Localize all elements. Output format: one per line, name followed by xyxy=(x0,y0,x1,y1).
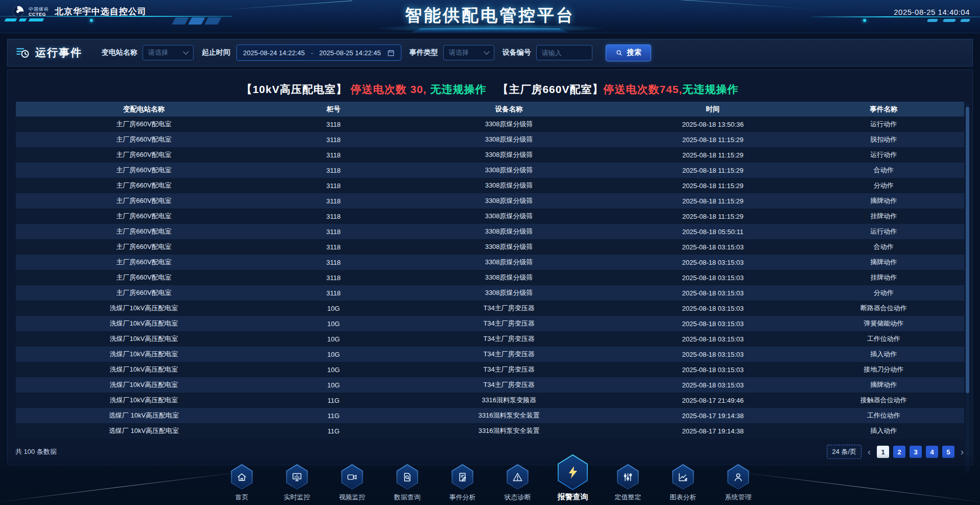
header-left-diagonal xyxy=(220,1,352,10)
table-cell: 主厂房660V配电室 xyxy=(16,212,272,221)
table-cell: T34主厂房变压器 xyxy=(395,365,623,374)
table-cell: 洗煤厂10kV高压配电室 xyxy=(16,380,272,389)
date-range-picker[interactable]: 2025-08-24 14:22:45 - 2025-08-25 14:22:4… xyxy=(236,44,401,61)
table-cell: 3118 xyxy=(272,167,395,174)
table-cell: 3118 xyxy=(272,136,395,144)
table-cell: 3118 xyxy=(272,182,395,190)
table-cell: 主厂房660V配电室 xyxy=(16,258,272,267)
table-cell: T34主厂房变压器 xyxy=(395,319,623,328)
nav-item-label: 事件分析 xyxy=(449,493,476,502)
start-date-value[interactable]: 2025-08-24 14:22:45 xyxy=(243,49,305,57)
table-cell: 分动作 xyxy=(803,288,964,297)
event-type-select[interactable]: 请选择 xyxy=(443,45,494,60)
table-cell: 10G xyxy=(272,335,395,343)
table-cell: 3316混料泵安全装置 xyxy=(395,411,623,420)
header-datetime: 2025-08-25 14:40:04 xyxy=(894,8,970,16)
nav-item-user[interactable]: 系统管理 xyxy=(720,464,757,502)
table-cell: T34主厂房变压器 xyxy=(395,380,623,389)
table-cell: T34主厂房变压器 xyxy=(395,304,623,313)
company-logo: 中国煤科 CCTEG 北京华宇中选自控公司 xyxy=(11,5,147,18)
table-cell: 11G xyxy=(272,412,395,420)
nav-badge xyxy=(506,464,530,490)
nav-item-lightning[interactable]: 报警查询 xyxy=(555,454,591,502)
table-cell: 2025-08-18 03:15:03 xyxy=(623,351,803,358)
nav-item-home[interactable]: 首页 xyxy=(224,464,260,502)
table-row: 洗煤厂10kV高压配电室11G3316混料泵变频器2025-08-17 21:4… xyxy=(16,393,964,408)
panel-title: 运行事件 xyxy=(35,45,82,60)
filter-bar: 运行事件 变电站名称 请选择 起止时间 2025-08-24 14:22:45 … xyxy=(7,39,973,66)
header-right-diagonal xyxy=(679,0,811,9)
table-cell: 主厂房660V配电室 xyxy=(16,150,272,159)
table-cell: 2025-08-18 11:15:29 xyxy=(623,151,803,159)
table-cell: 洗煤厂10kV高压配电室 xyxy=(16,365,272,374)
table-cell: 洗煤厂10kV高压配电室 xyxy=(16,396,272,405)
nav-left-swoosh xyxy=(0,471,249,503)
table-cell: 主厂房660V配电室 xyxy=(16,120,272,129)
table-row: 洗煤厂10kV高压配电室10GT34主厂房变压器2025-08-18 03:15… xyxy=(16,331,964,347)
nav-item-label: 实时监控 xyxy=(284,493,310,502)
nav-badge xyxy=(557,454,589,490)
table-row: 主厂房660V配电室31183308原煤分级筛2025-08-18 11:15:… xyxy=(16,209,964,224)
bottom-navigation: 首页实时监控视频监控数据查询事件分析状态诊断报警查询定值整定图表分析系统管理 xyxy=(0,454,980,505)
table-cell: 主厂房660V配电室 xyxy=(16,181,272,190)
table-cell: 2025-08-18 05:50:11 xyxy=(623,228,803,236)
table-cell: 10G xyxy=(272,320,395,328)
table-cell: 3308原煤分级筛 xyxy=(395,150,623,159)
scrollbar-thumb[interactable] xyxy=(966,107,969,393)
table-cell: 3118 xyxy=(272,121,395,128)
table-cell: 摘牌动作 xyxy=(803,196,964,205)
user-icon xyxy=(733,472,744,483)
table-cell: 主厂房660V配电室 xyxy=(16,273,272,282)
nav-item-doc-edit[interactable]: 事件分析 xyxy=(444,464,481,502)
table-cell: 3118 xyxy=(272,274,395,282)
table-row: 主厂房660V配电室31183308原煤分级筛2025-08-18 11:15:… xyxy=(16,147,964,163)
table-cell: 2025-08-18 11:15:29 xyxy=(623,167,803,174)
nav-item-video-camera[interactable]: 视频监控 xyxy=(334,464,371,502)
events-panel: 【10kV高压配电室】 停送电次数 30, 无违规操作 【主厂房660V配室】停… xyxy=(7,70,973,465)
table-cell: 2025-08-18 03:15:03 xyxy=(623,274,803,282)
station-select[interactable]: 请选择 xyxy=(142,45,194,60)
table-cell: 插入动作 xyxy=(803,350,964,359)
table-cell: 2025-08-18 03:15:03 xyxy=(623,305,803,312)
table-cell: 3308原煤分级筛 xyxy=(395,227,623,236)
table-cell: 3316混料泵变频器 xyxy=(395,396,623,405)
table-cell: 断路器合位动作 xyxy=(803,304,964,313)
table-row: 主厂房660V配电室31183308原煤分级筛2025-08-18 03:15:… xyxy=(16,285,964,301)
nav-item-doc-search[interactable]: 数据查询 xyxy=(389,464,426,502)
table-cell: 主厂房660V配电室 xyxy=(16,135,272,144)
table-cell: 2025-08-18 11:15:29 xyxy=(623,136,803,144)
calendar-icon[interactable] xyxy=(387,49,395,57)
search-button[interactable]: 搜索 xyxy=(606,44,651,61)
table-scrollbar[interactable] xyxy=(966,103,969,476)
table-cell: 主厂房660V配电室 xyxy=(16,196,272,205)
table-cell: 洗煤厂10kV高压配电室 xyxy=(16,350,272,359)
table-cell: 2025-08-18 13:50:36 xyxy=(623,121,803,128)
table-cell: 工作位动作 xyxy=(803,334,964,343)
nav-item-label: 报警查询 xyxy=(558,492,588,502)
logo-text-cn: 中国煤科 xyxy=(29,7,49,12)
table-cell: 分动作 xyxy=(803,181,964,190)
table-cell: 3308原煤分级筛 xyxy=(395,242,623,251)
chevron-down-icon xyxy=(484,49,489,54)
nav-item-chart-pen[interactable]: 图表分析 xyxy=(665,464,702,502)
table-cell: T34主厂房变压器 xyxy=(395,350,623,359)
table-cell: 脱扣动作 xyxy=(803,135,964,144)
table-body: 主厂房660V配电室31183308原煤分级筛2025-08-18 13:50:… xyxy=(16,117,964,439)
device-number-input[interactable] xyxy=(536,45,592,60)
table-cell: 2025-08-18 03:15:03 xyxy=(623,366,803,374)
nav-badge xyxy=(396,464,419,490)
end-date-value[interactable]: 2025-08-25 14:22:45 xyxy=(319,49,381,57)
table-cell: 洗煤厂10kV高压配电室 xyxy=(16,319,272,328)
device-number-label: 设备编号 xyxy=(503,48,531,57)
nav-item-alert-triangle[interactable]: 状态诊断 xyxy=(499,464,536,502)
table-cell: 3118 xyxy=(272,243,395,251)
table-cell: 接触器合位动作 xyxy=(803,396,964,405)
table-row: 选煤厂 10kV高压配电室11G3316混料泵安全装置2025-08-17 19… xyxy=(16,423,964,439)
table-cell: 10G xyxy=(272,351,395,358)
table-cell: 3308原煤分级筛 xyxy=(395,181,623,190)
table-row: 洗煤厂10kV高压配电室10GT34主厂房变压器2025-08-18 03:15… xyxy=(16,316,964,331)
nav-item-sliders[interactable]: 定值整定 xyxy=(610,464,647,502)
table-cell: 运行动作 xyxy=(803,150,964,159)
table-cell: 运行动作 xyxy=(803,120,964,129)
nav-item-monitor-chart[interactable]: 实时监控 xyxy=(279,464,316,502)
